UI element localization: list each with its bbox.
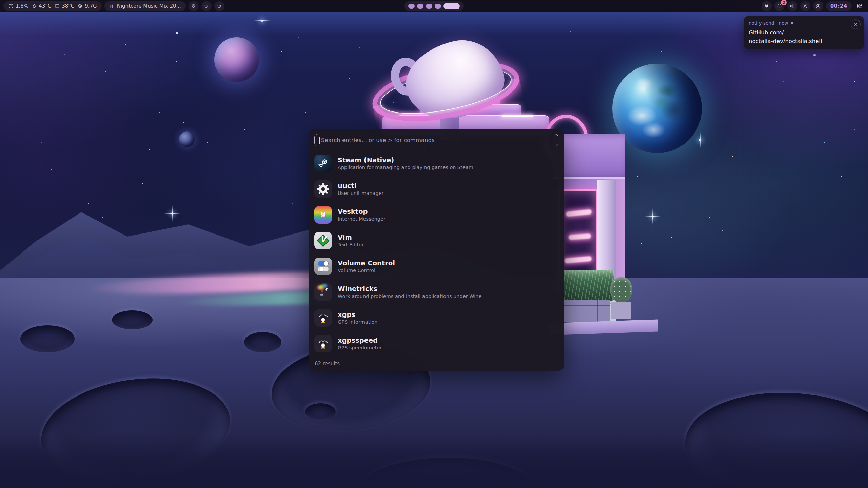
notification-count-badge: 2: [781, 0, 787, 5]
crater: [244, 332, 281, 352]
workspace-indicator: [404, 1, 464, 11]
close-icon: ✕: [854, 22, 858, 27]
notification-line-1: GitHub.com/: [749, 28, 859, 37]
cpu-usage-stat: 1.8%: [8, 3, 28, 9]
notification-source: notify-send · now: [749, 20, 788, 26]
sky-top-glow: [0, 12, 868, 35]
brightness-button[interactable]: [800, 1, 810, 11]
temperature-icon: [32, 3, 37, 9]
results-count: 62 results: [309, 357, 564, 371]
steam-icon: [314, 155, 332, 172]
workspace-dot-3[interactable]: [426, 4, 432, 9]
workspace-dot-5-active[interactable]: [443, 3, 460, 9]
item-subtitle: Volume Control: [338, 268, 395, 273]
media-player-widget[interactable]: Nightcore Music Mix 20...: [104, 1, 186, 11]
top-bar: 1.8% 43°C 38°C 9.7G Nightcore Music Mix …: [0, 0, 868, 12]
flower-bush: [610, 277, 632, 302]
workspace-dot-1[interactable]: [408, 4, 415, 9]
vesktop-tray-icon: [764, 3, 770, 9]
crater: [305, 403, 336, 420]
notification-line-2: noctalia-dev/noctalia.shell: [749, 37, 859, 46]
crater: [20, 325, 75, 352]
item-subtitle: User unit manager: [338, 190, 384, 196]
item-subtitle: GPS speedometer: [338, 345, 382, 350]
skull-toggle-button[interactable]: [189, 1, 199, 11]
launcher-item-steam[interactable]: Steam (Native) Application for managing …: [314, 150, 558, 176]
vesktop-tray-button[interactable]: [762, 1, 772, 11]
flare-star: [171, 212, 173, 215]
neon-sign-text: [569, 233, 591, 240]
notification-card[interactable]: notify-send · now ✕ GitHub.com/ noctalia…: [744, 16, 864, 49]
monitor-icon: [54, 3, 60, 9]
launcher-item-xgpsspeed[interactable]: xgpsspeed GPS speedometer: [314, 331, 558, 357]
cpu-temp-value: 43°C: [39, 3, 51, 9]
item-title: uuctl: [338, 182, 384, 189]
launcher-item-volume-control[interactable]: Volume Control Volume Control: [314, 253, 558, 279]
flare-star: [699, 139, 701, 141]
night-light-button[interactable]: [813, 1, 823, 11]
vesktop-icon: [314, 206, 332, 224]
launcher-results-list: Steam (Native) Application for managing …: [309, 146, 564, 357]
neon-sign-text: [564, 256, 592, 264]
item-title: xgpsspeed: [338, 337, 382, 344]
cafe-hedge: [559, 270, 614, 301]
volume-control-icon: [314, 258, 332, 275]
item-subtitle: Internet Messenger: [338, 216, 386, 222]
memory-value: 9.7G: [85, 3, 97, 9]
media-title: Nightcore Music Mix 20...: [117, 3, 181, 9]
sun-icon: [802, 3, 808, 9]
volume-button[interactable]: [787, 1, 797, 11]
cpu-temp-stat: 43°C: [32, 3, 51, 9]
flower-bush-box: [611, 302, 631, 319]
launcher-item-winetricks[interactable]: Winetricks Work around problems and inst…: [314, 279, 558, 305]
workspace-dot-2[interactable]: [417, 4, 423, 9]
unread-dot: [791, 22, 793, 24]
tux-gps-icon: [314, 309, 332, 327]
pause-icon: [109, 4, 114, 9]
memory-stat: 9.7G: [77, 3, 97, 9]
small-planet: [179, 131, 195, 147]
workspace-dot-4[interactable]: [435, 4, 441, 9]
launcher-item-xgps[interactable]: xgps GPS information: [314, 305, 558, 331]
item-subtitle: Work around problems and install applica…: [338, 293, 481, 299]
item-title: Volume Control: [338, 260, 395, 267]
memory-chip-icon: [77, 3, 83, 9]
item-title: Winetricks: [338, 285, 481, 292]
launcher-item-vesktop[interactable]: Vesktop Internet Messenger: [314, 202, 558, 228]
search-input[interactable]: [314, 134, 558, 146]
speedometer-icon: [8, 3, 14, 9]
moon-slash-icon: [815, 3, 821, 9]
app-launcher-button[interactable]: [854, 1, 865, 11]
flare-star: [261, 20, 263, 22]
app-launcher-panel: Steam (Native) Application for managing …: [309, 129, 564, 371]
grid-plus-icon: [856, 3, 863, 9]
skull-icon: [191, 3, 196, 9]
saturn-coffee-cup: [371, 40, 524, 131]
item-title: Steam (Native): [338, 157, 473, 164]
launcher-item-uuctl[interactable]: uuctl User unit manager: [314, 176, 558, 202]
cpu-usage-value: 1.8%: [16, 3, 28, 9]
heart-icon: [203, 3, 209, 9]
gear-icon: [314, 180, 332, 198]
speaker-icon: [789, 3, 795, 9]
launcher-item-vim[interactable]: V Vim Text Editor: [314, 228, 558, 253]
item-subtitle: Text Editor: [338, 242, 364, 247]
crater: [112, 310, 153, 329]
text-caret: [319, 137, 320, 144]
heart-toggle-button-2[interactable]: [214, 1, 224, 11]
heart-icon: [216, 3, 222, 9]
desktop: 1.8% 43°C 38°C 9.7G Nightcore Music Mix …: [0, 0, 868, 488]
heart-toggle-button-1[interactable]: [201, 1, 212, 11]
vim-icon: V: [314, 232, 332, 249]
item-title: xgps: [338, 311, 377, 318]
notifications-button[interactable]: 2: [774, 1, 785, 11]
item-title: Vim: [338, 234, 364, 241]
system-stats-widget[interactable]: 1.8% 43°C 38°C 9.7G: [3, 1, 102, 11]
foreground-shadow: [0, 434, 868, 488]
item-subtitle: GPS information: [338, 319, 377, 325]
winetricks-icon: [314, 283, 332, 301]
tux-gps-icon: [314, 335, 332, 352]
clock-widget[interactable]: 00:24: [826, 1, 852, 11]
notification-close-button[interactable]: ✕: [851, 19, 861, 29]
notification-header: notify-send · now: [749, 20, 859, 26]
